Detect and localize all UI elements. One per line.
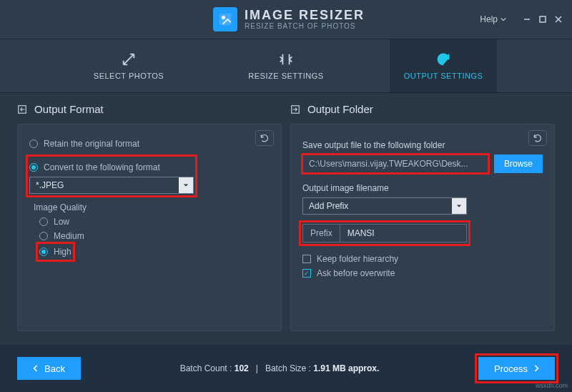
chevron-down-icon bbox=[179, 177, 193, 193]
refresh-icon bbox=[435, 52, 451, 67]
app-title: IMAGE RESIZER bbox=[245, 9, 365, 23]
step-tabs: SELECT PHOTOS RESIZE SETTINGS OUTPUT SET… bbox=[0, 39, 572, 93]
prefix-label: Prefix bbox=[303, 225, 340, 242]
checkbox-icon: ✓ bbox=[302, 269, 311, 278]
checkbox-ask-overwrite[interactable]: ✓ Ask before overwrite bbox=[302, 268, 543, 278]
watermark: wsxdn.com bbox=[536, 382, 568, 389]
radio-quality-low[interactable]: Low bbox=[39, 217, 270, 227]
output-format-panel: Output Format Retain the original format… bbox=[17, 103, 282, 331]
titlebar: IMAGE RESIZER RESIZE BATCH OF PHOTOS Hel… bbox=[0, 0, 572, 39]
maximize-button[interactable] bbox=[535, 11, 551, 27]
checkbox-keep-hierarchy[interactable]: Keep folder hierarchy bbox=[302, 254, 543, 264]
filename-mode-select[interactable]: Add Prefix bbox=[302, 197, 467, 215]
svg-rect-0 bbox=[220, 14, 231, 25]
output-folder-panel: Output Folder Save output file to the fo… bbox=[290, 103, 555, 331]
reset-folder-button[interactable] bbox=[528, 130, 547, 146]
quality-label: Image Quality bbox=[34, 202, 270, 212]
resize-icon bbox=[278, 52, 294, 67]
svg-point-1 bbox=[222, 16, 225, 19]
save-to-label: Save output file to the following folder bbox=[302, 140, 543, 150]
filename-label: Output image filename bbox=[302, 183, 543, 193]
panel-title: Output Folder bbox=[307, 103, 373, 115]
logo-icon bbox=[213, 7, 237, 31]
browse-button[interactable]: Browse bbox=[494, 155, 543, 173]
tab-output-settings[interactable]: OUTPUT SETTINGS bbox=[390, 39, 497, 92]
app-logo: IMAGE RESIZER RESIZE BATCH OF PHOTOS bbox=[213, 7, 365, 31]
minimize-button[interactable] bbox=[519, 11, 535, 27]
radio-quality-high[interactable]: High bbox=[39, 247, 72, 257]
chevron-down-icon bbox=[452, 198, 466, 214]
radio-icon bbox=[39, 248, 48, 256]
checkbox-icon bbox=[302, 255, 311, 263]
batch-info: Batch Count : 102 | Batch Size : 1.91 MB… bbox=[81, 363, 478, 373]
expand-icon bbox=[121, 52, 137, 67]
tab-select-photos[interactable]: SELECT PHOTOS bbox=[75, 39, 182, 92]
undo-icon bbox=[533, 133, 543, 143]
help-menu[interactable]: Help bbox=[480, 14, 506, 24]
chevron-right-icon bbox=[533, 365, 539, 372]
radio-icon bbox=[39, 217, 48, 226]
undo-icon bbox=[260, 133, 270, 143]
panel-title: Output Format bbox=[34, 103, 104, 115]
back-button[interactable]: Back bbox=[17, 357, 81, 380]
prefix-input[interactable]: MANSI bbox=[340, 228, 382, 238]
radio-convert-format[interactable]: Convert to the following format bbox=[29, 162, 194, 172]
tab-resize-settings[interactable]: RESIZE SETTINGS bbox=[232, 39, 340, 92]
chevron-left-icon bbox=[33, 365, 39, 372]
radio-icon bbox=[29, 139, 38, 148]
prefix-input-row: Prefix MANSI bbox=[302, 224, 467, 242]
process-button[interactable]: Process bbox=[478, 357, 555, 380]
radio-icon bbox=[29, 163, 38, 172]
svg-rect-2 bbox=[540, 16, 546, 22]
folder-export-icon bbox=[290, 104, 300, 114]
radio-icon bbox=[39, 232, 48, 240]
chevron-down-icon bbox=[500, 16, 506, 22]
export-icon bbox=[17, 104, 27, 114]
footer-bar: Back Batch Count : 102 | Batch Size : 1.… bbox=[0, 345, 572, 392]
output-path-input[interactable]: C:\Users\mansi.vijay.TWEAKORG\Desk... bbox=[302, 155, 488, 173]
close-button[interactable] bbox=[551, 11, 566, 27]
radio-retain-format[interactable]: Retain the original format bbox=[29, 139, 270, 149]
app-subtitle: RESIZE BATCH OF PHOTOS bbox=[245, 22, 365, 30]
format-select[interactable]: *.JPEG bbox=[29, 177, 194, 194]
radio-quality-medium[interactable]: Medium bbox=[39, 231, 270, 241]
reset-format-button[interactable] bbox=[255, 130, 274, 146]
